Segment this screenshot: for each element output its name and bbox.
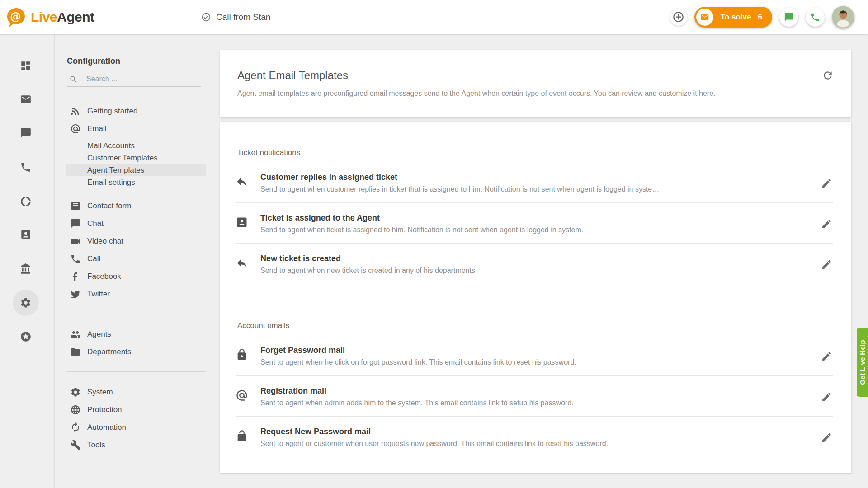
sidebar-item-getting-started[interactable]: Getting started — [66, 102, 206, 120]
template-row-forget-password-mail[interactable]: Forget Password mailSent to agent when h… — [236, 330, 833, 376]
rail-item-dashboard[interactable] — [17, 57, 35, 75]
sidebar-item-contact-form[interactable]: Contact form — [66, 197, 206, 215]
start-call-button[interactable] — [806, 8, 825, 27]
sidebar-item-video-chat[interactable]: Video chat — [66, 232, 206, 250]
liveagent-logo[interactable]: @ LiveAgent — [5, 0, 94, 34]
sidebar-item-label: Protection — [87, 405, 122, 414]
sidebar-item-mail-accounts[interactable]: Mail Accounts — [66, 140, 206, 152]
sidebar-item-label: Chat — [87, 219, 104, 228]
template-description: Send to agent when customer replies in t… — [260, 185, 809, 193]
template-title: New ticket is created — [260, 254, 809, 263]
sidebar-item-label: Mail Accounts — [87, 141, 135, 150]
edit-template-button[interactable] — [820, 390, 833, 404]
to-solve-button[interactable]: To solve 6 — [694, 7, 772, 28]
sidebar-item-agent-templates[interactable]: Agent Templates — [66, 164, 206, 176]
sidebar-item-facebook[interactable]: Facebook — [66, 267, 206, 285]
sidebar-item-chat[interactable]: Chat — [66, 215, 206, 232]
sidebar-divider — [67, 314, 206, 314]
template-title: Forget Password mail — [260, 346, 809, 355]
rail-item-email[interactable] — [17, 90, 35, 108]
rail-item-contacts[interactable] — [17, 225, 35, 244]
edit-template-button[interactable] — [820, 431, 833, 444]
start-chat-button[interactable] — [779, 8, 798, 27]
contact-form-icon — [70, 201, 81, 211]
call-icon — [70, 253, 81, 264]
sidebar-item-label: Departments — [87, 347, 131, 357]
sidebar-item-call[interactable]: Call — [66, 250, 206, 267]
chat-icon — [70, 218, 81, 229]
get-live-help-label: Get Live Help — [859, 340, 866, 385]
to-solve-envelope-badge — [696, 9, 713, 26]
rail-item-star[interactable] — [17, 328, 35, 346]
sidebar-item-departments[interactable]: Departments — [66, 343, 206, 361]
edit-template-button[interactable] — [820, 176, 833, 190]
sidebar-item-label: Twitter — [87, 290, 110, 299]
star-icon — [20, 331, 32, 343]
sidebar-item-customer-templates[interactable]: Customer Templates — [66, 152, 206, 164]
template-title: Customer replies in assigned ticket — [260, 173, 809, 182]
template-title: Registration mail — [260, 386, 809, 396]
edit-template-button[interactable] — [820, 349, 833, 363]
search-input[interactable] — [85, 75, 191, 84]
sidebar-item-label: Customer Templates — [87, 154, 158, 163]
get-live-help-button[interactable]: Get Live Help — [857, 328, 868, 397]
template-row-ticket-is-assigned-to-the-agent[interactable]: Ticket is assigned to the AgentSend to a… — [236, 203, 833, 244]
template-row-new-ticket-is-created[interactable]: New ticket is createdSend to agent when … — [236, 244, 833, 284]
logo-wordmark: LiveAgent — [31, 9, 94, 25]
facebook-icon — [70, 271, 81, 282]
template-title: Request New Password mail — [260, 427, 809, 436]
sidebar-item-twitter[interactable]: Twitter — [66, 285, 206, 303]
template-row-text: Request New Password mailSent to agent o… — [260, 427, 809, 448]
refresh-button[interactable] — [821, 69, 835, 82]
sidebar-item-tools[interactable]: Tools — [66, 436, 206, 454]
call-icon — [20, 161, 32, 173]
to-solve-label: To solve — [721, 13, 751, 22]
pencil-icon — [821, 259, 832, 270]
template-row-text: Registration mailSent to agent when admi… — [260, 386, 809, 407]
sidebar-item-label: System — [87, 388, 113, 397]
to-solve-count: 6 — [758, 13, 762, 22]
edit-template-button[interactable] — [820, 217, 833, 230]
lock-open-icon — [236, 430, 248, 442]
template-description: Send to agent when ticket is assigned to… — [260, 225, 809, 234]
chat-bubble-icon — [784, 12, 794, 22]
sidebar-item-automation[interactable]: Automation — [66, 418, 206, 436]
envelope-icon — [700, 13, 709, 22]
template-row-registration-mail[interactable]: Registration mailSent to agent when admi… — [236, 376, 833, 417]
reply-icon — [236, 257, 248, 269]
check-circle-icon — [201, 12, 211, 22]
dashboard-icon — [20, 60, 32, 72]
rail-item-billing[interactable] — [17, 260, 35, 278]
rail-item-settings[interactable] — [13, 290, 39, 316]
plus-circle-icon — [672, 11, 684, 23]
pencil-icon — [821, 178, 832, 189]
page-title: Agent Email Templates — [237, 69, 833, 82]
pencil-icon — [821, 432, 832, 443]
template-row-text: Forget Password mailSent to agent when h… — [260, 346, 809, 366]
add-new-button[interactable] — [670, 9, 687, 26]
topbar-actions: To solve 6 — [670, 0, 854, 34]
template-row-customer-replies-in-assigned-ticket[interactable]: Customer replies in assigned ticketSend … — [236, 157, 833, 203]
sidebar-item-agents[interactable]: Agents — [66, 325, 206, 343]
sidebar-item-label: Getting started — [87, 107, 138, 116]
sidebar-item-email[interactable]: Email — [66, 120, 206, 137]
sidebar-search[interactable] — [67, 72, 201, 87]
open-ticket-tab[interactable]: Call from Stan — [201, 0, 270, 34]
sidebar-item-system[interactable]: System — [66, 383, 206, 401]
template-row-text: New ticket is createdSend to agent when … — [260, 254, 809, 275]
sidebar-item-email-settings[interactable]: Email settings — [66, 176, 206, 188]
rail-item-chat[interactable] — [17, 124, 35, 142]
rail-item-reports[interactable] — [17, 192, 35, 211]
section-label-account-emails: Account emails — [237, 284, 833, 330]
templates-card: Ticket notificationsCustomer replies in … — [220, 122, 851, 473]
sidebar-item-label: Email settings — [87, 178, 135, 187]
rail-item-call[interactable] — [17, 158, 35, 176]
edit-template-button[interactable] — [820, 258, 833, 271]
sidebar-item-label: Facebook — [87, 272, 121, 281]
settings-icon — [20, 297, 32, 309]
lock-icon — [236, 348, 248, 361]
sidebar-item-protection[interactable]: Protection — [66, 401, 206, 418]
user-avatar[interactable] — [832, 6, 854, 28]
template-row-request-new-password-mail[interactable]: Request New Password mailSent to agent o… — [236, 417, 833, 457]
sidebar-divider — [67, 371, 206, 372]
